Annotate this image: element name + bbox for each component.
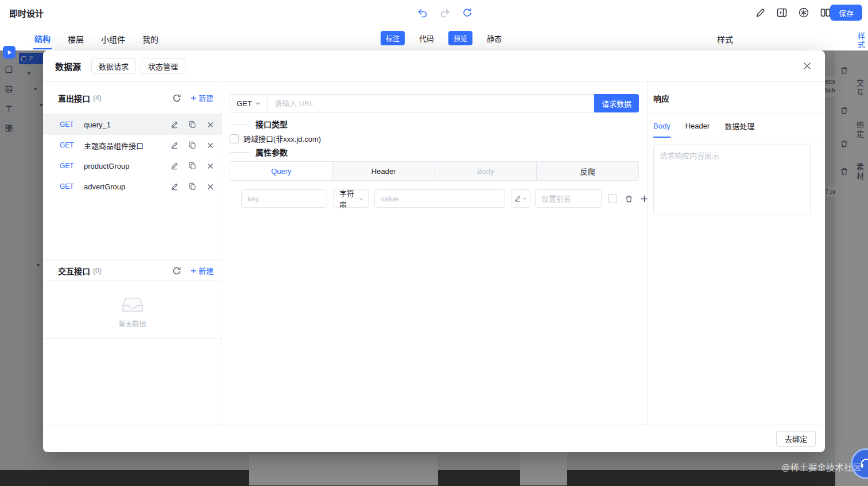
app-topbar: 即时设计 保存: [0, 0, 868, 25]
mode-annotate[interactable]: 标注: [381, 31, 405, 45]
modal-footer: 去绑定: [43, 425, 825, 452]
api-list-panel: 直出接口 (4) 新建 GET qu: [43, 82, 222, 425]
param-checkbox[interactable]: [608, 194, 617, 203]
response-panel: 响应 Body Header 数据处理: [647, 82, 825, 425]
rail-tab-style[interactable]: 样式: [855, 32, 866, 49]
interactive-api-header: 交互接口 (0) 新建: [43, 260, 222, 281]
edit-icon[interactable]: [170, 120, 179, 129]
direct-api-title: 直出接口: [58, 92, 90, 104]
tab-mine[interactable]: 我的: [141, 27, 160, 49]
api-row[interactable]: GET query_1: [43, 114, 222, 135]
pen-tool-icon[interactable]: [753, 6, 767, 20]
components-tool-icon[interactable]: [5, 124, 14, 133]
delete-icon[interactable]: [206, 120, 215, 129]
cross-domain-label: 跨域接口(非xxx.jd.com): [243, 133, 321, 144]
mode-static[interactable]: 静态: [487, 33, 502, 44]
param-tab-header[interactable]: Header: [332, 162, 435, 180]
refresh-icon[interactable]: [172, 266, 182, 276]
param-tab-anticrawl[interactable]: 反爬: [536, 162, 638, 180]
cross-domain-checkbox[interactable]: [230, 134, 239, 143]
new-interactive-api-button[interactable]: 新建: [190, 265, 214, 276]
api-list: GET query_1 GET 主题商品组件接口: [43, 114, 222, 197]
play-button[interactable]: [3, 46, 16, 59]
param-edit-select[interactable]: [511, 189, 530, 208]
api-row-actions: [170, 182, 215, 191]
api-row[interactable]: GET productGroup: [43, 155, 222, 176]
copy-icon[interactable]: [188, 182, 197, 191]
modal-tab-datarequest[interactable]: 数据请求: [91, 58, 136, 74]
api-method: GET: [60, 182, 79, 190]
panel-toggle-icon[interactable]: [775, 6, 789, 20]
undo-icon[interactable]: [416, 6, 429, 20]
app-title: 即时设计: [9, 7, 44, 19]
modal-tab-statemanage[interactable]: 状态管理: [141, 58, 185, 74]
api-row-actions: [170, 141, 215, 150]
modal-body: 直出接口 (4) 新建 GET qu: [43, 82, 825, 425]
new-direct-api-button[interactable]: 新建: [190, 92, 214, 103]
method-value: GET: [237, 99, 252, 108]
copy-icon[interactable]: [188, 141, 197, 150]
response-tab-header[interactable]: Header: [685, 114, 710, 138]
url-input[interactable]: [268, 94, 594, 112]
tab-widgets[interactable]: 小组件: [100, 27, 126, 49]
request-config-panel: GET 请求数据 接口类型 跨域接口(非xxx.jd.com) 属性参: [222, 82, 647, 425]
param-tab-body[interactable]: Body: [435, 162, 537, 180]
reset-icon[interactable]: [460, 6, 474, 20]
delete-icon[interactable]: [206, 161, 215, 170]
param-tabs: Query Header Body 反爬: [230, 161, 639, 181]
request-data-button[interactable]: 请求数据: [594, 94, 639, 112]
data-source-modal: 数据源 数据请求 状态管理 直出接口 (4): [43, 50, 825, 452]
api-row-actions: [170, 120, 215, 129]
response-tabs: Body Header 数据处理: [648, 114, 825, 138]
edit-icon[interactable]: [170, 141, 179, 150]
plugin-logo-icon[interactable]: [797, 6, 811, 20]
empty-box-icon: [119, 291, 146, 314]
go-bind-button[interactable]: 去绑定: [776, 431, 816, 447]
empty-state: 暂无数据: [43, 281, 222, 339]
image-tool-icon[interactable]: [5, 85, 14, 94]
api-row[interactable]: GET advertGroup: [43, 176, 222, 197]
mode-code[interactable]: 代码: [419, 33, 434, 44]
delete-icon[interactable]: [206, 141, 215, 150]
copy-icon[interactable]: [188, 120, 197, 129]
method-select[interactable]: GET: [230, 94, 268, 112]
param-type-select[interactable]: 字符串: [333, 189, 369, 208]
param-alias-input[interactable]: [535, 189, 602, 208]
mode-preview[interactable]: 预览: [448, 31, 472, 45]
modal-tab-datasource[interactable]: 数据源: [55, 60, 81, 72]
delete-icon[interactable]: [206, 182, 215, 191]
redo-icon[interactable]: [438, 6, 452, 20]
direct-api-header: 直出接口 (4) 新建: [43, 82, 222, 114]
plus-icon: [190, 267, 197, 274]
api-name: productGroup: [84, 162, 165, 170]
edit-icon[interactable]: [170, 182, 179, 191]
api-row[interactable]: GET 主题商品组件接口: [43, 135, 222, 155]
response-tab-body[interactable]: Body: [653, 114, 671, 138]
sub-toolbar: 结构 楼层 小组件 我的 标注 代码 预览 静态 样式 样式: [0, 25, 868, 50]
trash-icon[interactable]: [624, 194, 633, 203]
cross-domain-option[interactable]: 跨域接口(非xxx.jd.com): [230, 133, 321, 144]
param-key-input[interactable]: [241, 189, 327, 208]
save-button[interactable]: 保存: [830, 5, 862, 21]
response-content-area[interactable]: [653, 145, 811, 215]
modal-header: 数据源 数据请求 状态管理: [43, 50, 825, 82]
response-tab-dataprocess[interactable]: 数据处理: [724, 114, 754, 138]
text-tool-icon[interactable]: [5, 104, 14, 114]
frame-tool-icon[interactable]: [5, 65, 14, 75]
tab-structure[interactable]: 结构: [33, 26, 52, 49]
tab-floors[interactable]: 楼层: [67, 27, 85, 49]
refresh-icon[interactable]: [172, 93, 182, 103]
api-row-actions: [170, 161, 215, 170]
param-value-input[interactable]: [374, 189, 505, 208]
params-label: 属性参数: [255, 146, 288, 158]
interactive-api-title: 交互接口: [58, 265, 90, 277]
chevron-down-icon: [255, 100, 261, 106]
api-method: GET: [60, 162, 79, 170]
edit-icon[interactable]: [170, 161, 179, 170]
new-label: 新建: [199, 265, 214, 276]
copy-icon[interactable]: [188, 161, 197, 170]
api-method: GET: [60, 141, 79, 149]
close-icon[interactable]: [801, 60, 813, 72]
api-name: query_1: [84, 120, 165, 129]
param-tab-query[interactable]: Query: [230, 162, 332, 180]
